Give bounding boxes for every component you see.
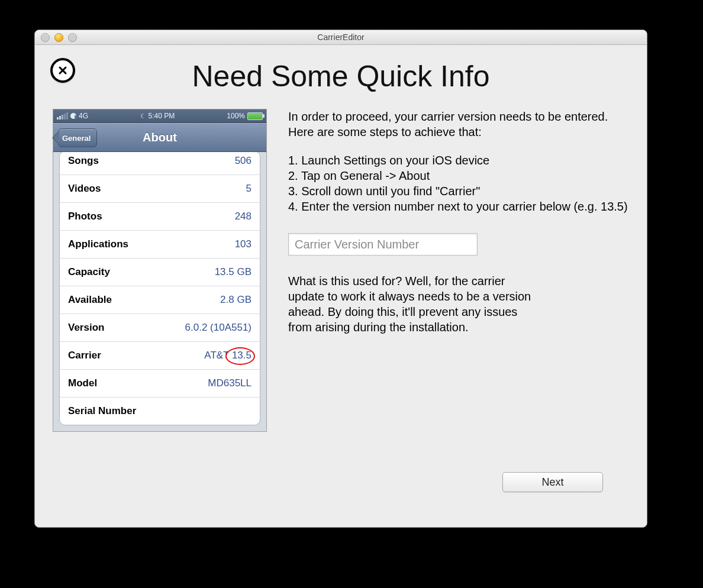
row-key: Available (68, 294, 112, 306)
ios-navbar: General About (53, 123, 266, 152)
about-row: ModelMD635LL (60, 370, 260, 398)
moon-icon: ☾ (140, 112, 146, 119)
intro-text: In order to proceed, your carrier versio… (288, 109, 629, 140)
about-row: Capacity13.5 GB (60, 259, 260, 286)
about-row: Serial Number (60, 398, 260, 425)
about-row: Videos5 (60, 175, 260, 203)
back-button-label: General (62, 134, 91, 143)
row-key: Model (68, 377, 97, 389)
ios-preview: 4G ☾ 5:40 PM 100% General (53, 109, 267, 432)
row-value: 103 (235, 238, 251, 250)
steps-list: 1. Launch Settings on your iOS device2. … (288, 153, 629, 214)
traffic-minimize[interactable] (54, 33, 63, 42)
row-key: Songs (68, 155, 99, 167)
explain-text: What is this used for? Well, for the car… (288, 273, 537, 335)
row-value: 13.5 GB (215, 266, 251, 278)
close-icon[interactable] (50, 58, 75, 83)
row-key: Videos (68, 183, 101, 195)
app-window: CarrierEditor Need Some Quick Info 4G (34, 30, 647, 528)
window-title: CarrierEditor (35, 33, 647, 42)
page-title: Need Some Quick Info (50, 59, 631, 93)
network-label: 4G (79, 112, 88, 120)
row-key: Photos (68, 211, 102, 222)
battery-icon (247, 112, 263, 120)
red-circle-highlight (225, 347, 255, 365)
row-value: MD635LL (208, 377, 251, 389)
row-key: Applications (68, 238, 128, 250)
about-row: Applications103 (60, 231, 260, 259)
row-value: 248 (235, 211, 251, 222)
signal-icon (57, 112, 68, 119)
instructions-panel: In order to proceed, your carrier versio… (288, 109, 629, 432)
row-key: Carrier (68, 350, 101, 361)
next-button[interactable]: Next (502, 472, 603, 492)
pacman-icon (70, 113, 76, 119)
about-row: Available2.8 GB (60, 286, 260, 314)
battery-pct: 100% (227, 112, 245, 120)
step-line: 3. Scroll down until you find "Carrier" (288, 183, 629, 199)
row-value: 6.0.2 (10A551) (185, 322, 251, 334)
row-value: 2.8 GB (220, 294, 251, 306)
about-row: Songs506 (60, 151, 260, 175)
statusbar-time: 5:40 PM (148, 112, 175, 120)
row-value: 5 (246, 183, 251, 195)
ios-statusbar: 4G ☾ 5:40 PM 100% (53, 109, 266, 123)
carrier-version-input[interactable] (288, 233, 478, 256)
about-list: Songs506Videos5Photos248Applications103C… (59, 151, 260, 425)
step-line: 1. Launch Settings on your iOS device (288, 153, 629, 168)
step-line: 2. Tap on General -> About (288, 168, 629, 183)
titlebar: CarrierEditor (35, 30, 647, 45)
row-key: Serial Number (68, 405, 136, 417)
row-value: 506 (235, 155, 251, 167)
nav-title: About (143, 131, 177, 144)
step-line: 4. Enter the version number next to your… (288, 199, 629, 214)
about-row: CarrierAT&T 13.5 (60, 342, 260, 370)
row-key: Version (68, 322, 104, 334)
traffic-zoom[interactable] (68, 33, 77, 42)
row-value: AT&T 13.5 (204, 350, 251, 361)
row-key: Capacity (68, 266, 110, 278)
about-row: Version6.0.2 (10A551) (60, 314, 260, 342)
about-row: Photos248 (60, 203, 260, 231)
traffic-close[interactable] (41, 33, 50, 42)
back-button: General (58, 128, 97, 147)
